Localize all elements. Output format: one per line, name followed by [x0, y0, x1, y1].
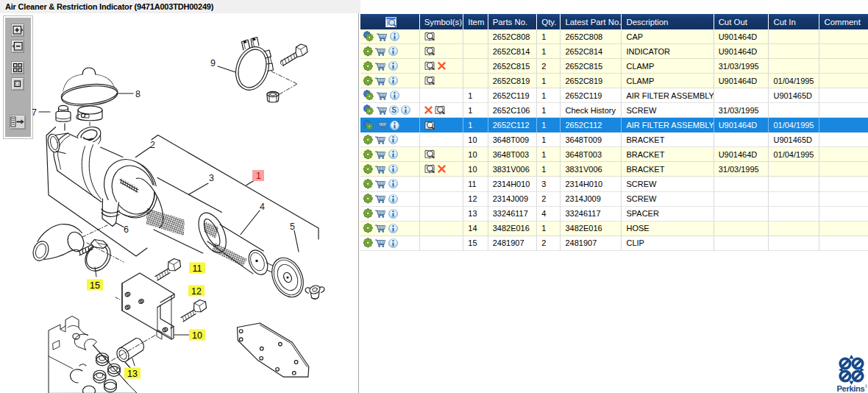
- svg-text:2: 2: [150, 140, 155, 150]
- svg-text:5: 5: [290, 222, 295, 232]
- svg-text:3: 3: [209, 173, 214, 183]
- svg-text:9: 9: [210, 58, 216, 68]
- svg-text:15: 15: [90, 280, 100, 291]
- svg-text:6: 6: [124, 224, 129, 235]
- svg-text:10: 10: [192, 330, 202, 341]
- svg-text:®: ®: [865, 384, 867, 389]
- svg-text:Perkins: Perkins: [837, 384, 865, 393]
- svg-text:11: 11: [193, 263, 202, 274]
- svg-text:12: 12: [191, 286, 202, 297]
- svg-text:1: 1: [256, 171, 261, 181]
- svg-text:8: 8: [135, 89, 140, 99]
- svg-text:13: 13: [127, 369, 138, 379]
- svg-text:4: 4: [260, 202, 265, 212]
- svg-text:7: 7: [32, 107, 37, 118]
